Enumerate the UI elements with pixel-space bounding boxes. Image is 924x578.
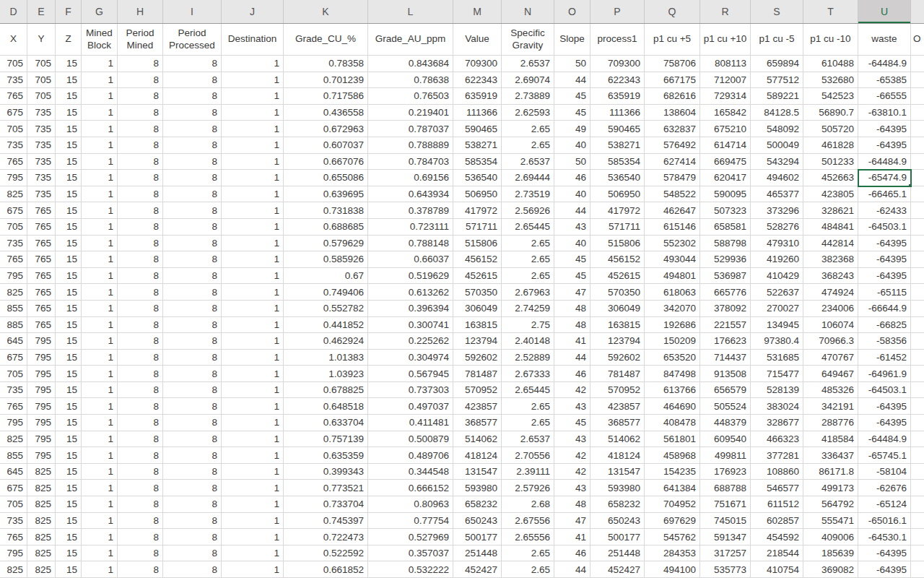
- table-cell[interactable]: 452427: [453, 561, 502, 578]
- table-cell[interactable]: [911, 561, 924, 578]
- table-cell[interactable]: 15: [56, 513, 82, 530]
- table-cell[interactable]: 15: [56, 236, 82, 252]
- table-cell[interactable]: 8: [163, 154, 222, 171]
- table-cell[interactable]: 1: [222, 56, 284, 72]
- table-cell[interactable]: 0.344548: [368, 464, 453, 480]
- table-cell[interactable]: 461828: [803, 137, 858, 154]
- table-cell[interactable]: 610488: [803, 56, 858, 72]
- table-cell[interactable]: 15: [56, 56, 82, 72]
- table-cell[interactable]: 417972: [453, 202, 502, 219]
- table-cell[interactable]: -66644.9: [858, 301, 911, 317]
- field-header-y[interactable]: Y: [27, 24, 56, 56]
- table-cell[interactable]: 42: [554, 464, 590, 480]
- table-cell[interactable]: 1: [82, 513, 118, 530]
- table-cell[interactable]: 15: [56, 415, 82, 431]
- table-cell[interactable]: 377281: [751, 447, 803, 464]
- table-cell[interactable]: 41: [554, 529, 590, 545]
- table-cell[interactable]: 825: [27, 545, 56, 562]
- table-cell[interactable]: 8: [163, 72, 222, 89]
- table-cell[interactable]: 373296: [751, 202, 803, 219]
- table-cell[interactable]: -64961.9: [858, 366, 911, 382]
- table-cell[interactable]: 669475: [700, 154, 751, 171]
- table-cell[interactable]: 765: [27, 236, 56, 252]
- table-cell[interactable]: 1: [82, 56, 118, 72]
- table-cell[interactable]: 590095: [700, 186, 751, 203]
- table-cell[interactable]: 2.65: [502, 561, 554, 578]
- table-cell[interactable]: 913508: [700, 366, 751, 382]
- table-cell[interactable]: 0.749406: [284, 284, 368, 301]
- table-cell[interactable]: 8: [118, 170, 163, 186]
- table-cell[interactable]: 2.75: [502, 317, 554, 334]
- table-cell[interactable]: [911, 219, 924, 236]
- table-cell[interactable]: 1: [222, 121, 284, 137]
- table-cell[interactable]: 2.39111: [502, 464, 554, 480]
- table-cell[interactable]: 15: [56, 545, 82, 562]
- table-cell[interactable]: 0.633704: [284, 415, 368, 431]
- table-cell[interactable]: 470767: [803, 350, 858, 366]
- table-cell[interactable]: 8: [163, 513, 222, 530]
- table-cell[interactable]: 0.773521: [284, 480, 368, 496]
- table-cell[interactable]: 1: [222, 202, 284, 219]
- table-cell[interactable]: 8: [163, 186, 222, 203]
- table-cell[interactable]: 542523: [803, 88, 858, 105]
- table-cell[interactable]: 306049: [453, 301, 502, 317]
- table-cell[interactable]: 825: [27, 496, 56, 513]
- table-cell[interactable]: 410754: [751, 561, 803, 578]
- column-header-o[interactable]: O: [554, 0, 590, 23]
- table-cell[interactable]: 847498: [645, 366, 700, 382]
- table-cell[interactable]: 0.497037: [368, 398, 453, 415]
- table-cell[interactable]: 2.65: [502, 398, 554, 415]
- table-cell[interactable]: 8: [163, 561, 222, 578]
- table-cell[interactable]: 368577: [453, 415, 502, 431]
- column-header-q[interactable]: Q: [645, 0, 700, 23]
- table-cell[interactable]: 675: [0, 350, 27, 366]
- table-cell[interactable]: [911, 350, 924, 366]
- table-cell[interactable]: 795: [0, 268, 27, 285]
- table-cell[interactable]: 0.411481: [368, 415, 453, 431]
- table-cell[interactable]: 536540: [590, 170, 645, 186]
- table-cell[interactable]: 2.65445: [502, 382, 554, 399]
- table-cell[interactable]: 0.69156: [368, 170, 453, 186]
- table-cell[interactable]: 15: [56, 366, 82, 382]
- table-cell[interactable]: 342070: [645, 301, 700, 317]
- table-cell[interactable]: 514062: [453, 431, 502, 448]
- table-cell[interactable]: 735: [0, 513, 27, 530]
- table-cell[interactable]: 43: [554, 398, 590, 415]
- table-cell[interactable]: 251448: [453, 545, 502, 562]
- table-cell[interactable]: 8: [163, 480, 222, 496]
- table-cell[interactable]: 578479: [645, 170, 700, 186]
- table-cell[interactable]: 465377: [751, 186, 803, 203]
- table-cell[interactable]: -65385: [858, 72, 911, 89]
- table-cell[interactable]: 328677: [751, 415, 803, 431]
- table-cell[interactable]: 8: [118, 105, 163, 121]
- table-cell[interactable]: 2.52889: [502, 350, 554, 366]
- table-cell[interactable]: 543294: [751, 154, 803, 171]
- table-cell[interactable]: 44: [554, 561, 590, 578]
- table-cell[interactable]: [911, 431, 924, 448]
- table-cell[interactable]: 0.532222: [368, 561, 453, 578]
- table-cell[interactable]: 1: [82, 154, 118, 171]
- table-cell[interactable]: 2.69074: [502, 72, 554, 89]
- table-cell[interactable]: -64395: [858, 236, 911, 252]
- table-cell[interactable]: 134945: [751, 317, 803, 334]
- table-cell[interactable]: 8: [118, 561, 163, 578]
- table-cell[interactable]: 378092: [700, 301, 751, 317]
- table-cell[interactable]: 8: [118, 431, 163, 448]
- table-cell[interactable]: 382368: [803, 251, 858, 268]
- column-header-p[interactable]: P: [590, 0, 645, 23]
- table-cell[interactable]: 423857: [590, 398, 645, 415]
- table-cell[interactable]: 590465: [453, 121, 502, 137]
- table-cell[interactable]: 47: [554, 284, 590, 301]
- table-cell[interactable]: -64395: [858, 561, 911, 578]
- table-cell[interactable]: 795: [27, 431, 56, 448]
- table-cell[interactable]: 613766: [645, 382, 700, 399]
- table-cell[interactable]: 8: [118, 415, 163, 431]
- table-cell[interactable]: [911, 137, 924, 154]
- table-cell[interactable]: 1: [82, 72, 118, 89]
- table-cell[interactable]: 15: [56, 72, 82, 89]
- table-cell[interactable]: 0.527969: [368, 529, 453, 545]
- table-cell[interactable]: 1: [82, 480, 118, 496]
- table-cell[interactable]: 501233: [803, 154, 858, 171]
- table-cell[interactable]: [911, 88, 924, 105]
- table-cell[interactable]: 192686: [645, 317, 700, 334]
